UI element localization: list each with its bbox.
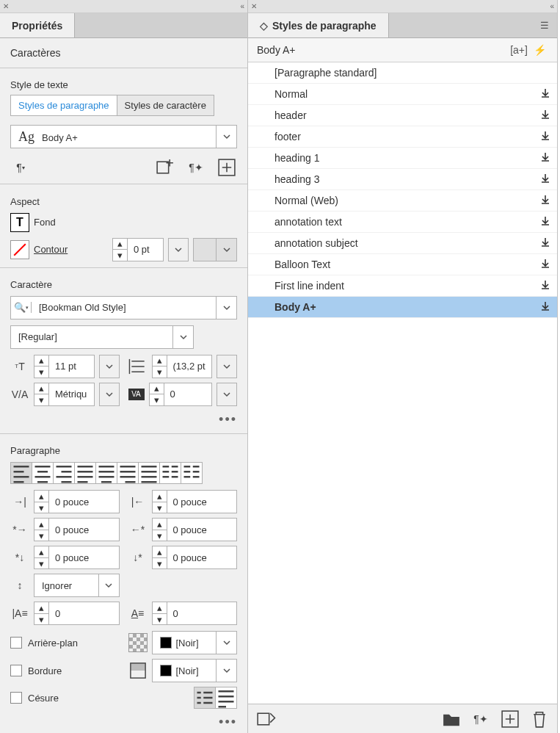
list-options-b-button[interactable] (215, 687, 237, 709)
last-line-indent-stepper[interactable]: ▴▾0 pouce (152, 518, 238, 541)
style-item[interactable]: [Paragraphe standard] (248, 62, 557, 84)
bg-shading-icon[interactable] (128, 633, 148, 652)
quick-apply-icon[interactable]: ⚡ (529, 44, 550, 56)
dropcap-chars-stepper[interactable]: ▴▾0 (152, 602, 238, 625)
stroke-type-combo[interactable] (193, 238, 237, 261)
kerning-stepper[interactable]: ▴▾Métriqu (34, 383, 95, 406)
download-icon[interactable] (539, 109, 551, 123)
justify-left-button[interactable] (74, 462, 96, 484)
tab-properties[interactable]: Propriétés (0, 13, 75, 37)
add-icon[interactable] (217, 157, 237, 178)
fill-swatch[interactable]: T (10, 213, 29, 232)
tab-paragraph-styles[interactable]: ◇ Styles de paragraphe (248, 13, 389, 37)
justify-right-button[interactable] (117, 462, 139, 484)
style-item[interactable]: annotation subject (248, 233, 557, 254)
font-size-stepper[interactable]: ▴▾11 pt (34, 355, 95, 378)
clear-overrides-icon[interactable]: ¶✦ (470, 709, 491, 729)
style-item[interactable]: header (248, 105, 557, 126)
space-after-icon: ↓* (128, 547, 148, 568)
leading-dropdown[interactable] (217, 355, 237, 378)
border-checkbox[interactable] (10, 665, 22, 676)
background-label: Arrière-plan (28, 638, 78, 649)
close-icon[interactable]: ✕ (3, 2, 9, 10)
align-left-button[interactable] (10, 462, 32, 484)
list-options-a-button[interactable] (194, 687, 216, 709)
paragraph-heading: Paragraphe (0, 436, 247, 459)
tracking-dropdown[interactable] (217, 383, 237, 406)
dropcap-lines-stepper[interactable]: ▴▾0 (34, 602, 120, 625)
more-options-icon[interactable]: ••• (0, 409, 247, 430)
chevron-down-icon[interactable] (216, 297, 236, 319)
download-icon[interactable] (539, 130, 551, 144)
clear-overrides-icon[interactable]: ¶✦ (186, 157, 206, 178)
new-style-icon[interactable] (500, 709, 520, 729)
download-icon[interactable] (539, 215, 551, 229)
style-item[interactable]: footer (248, 126, 557, 148)
collapse-icon[interactable]: « (550, 2, 554, 10)
download-icon[interactable] (539, 87, 551, 101)
font-weight-combo[interactable]: [Regular] (10, 325, 194, 349)
close-icon[interactable]: ✕ (251, 2, 257, 10)
stroke-weight-stepper[interactable]: ▴▾ 0 pt (112, 238, 164, 261)
align-center-button[interactable] (32, 462, 54, 484)
style-item[interactable]: heading 3 (248, 169, 557, 190)
collapse-icon[interactable]: « (240, 2, 244, 10)
download-icon[interactable] (539, 236, 551, 250)
stroke-label[interactable]: Contour (34, 244, 68, 255)
tracking-stepper[interactable]: ▴▾0 (149, 383, 213, 406)
text-style-heading: Style de texte (0, 71, 247, 93)
indent-left-stepper[interactable]: ▴▾0 pouce (34, 490, 120, 513)
hyphenation-checkbox[interactable] (10, 692, 22, 704)
border-edges-icon[interactable] (128, 660, 148, 681)
font-family-combo[interactable]: 🔍▾ [Bookman Old Style] (10, 296, 237, 319)
seg-character-styles[interactable]: Styles de caractère (117, 95, 214, 115)
style-item[interactable]: First line indent (248, 275, 557, 297)
panel-menu-icon[interactable]: ☰ (532, 13, 557, 37)
border-color-combo[interactable]: [Noir] (152, 659, 238, 682)
style-item[interactable]: annotation text (248, 212, 557, 233)
leading-stepper[interactable]: ▴▾(13,2 pt (152, 355, 213, 378)
stroke-swatch[interactable] (10, 240, 29, 259)
font-size-dropdown[interactable] (99, 355, 120, 378)
space-before-stepper[interactable]: ▴▾0 pouce (34, 546, 120, 569)
delete-style-icon[interactable] (529, 709, 550, 729)
download-icon[interactable] (539, 258, 551, 272)
style-item[interactable]: Balloon Text (248, 254, 557, 275)
style-item[interactable]: Body A+ (248, 297, 557, 318)
style-item[interactable]: heading 1 (248, 148, 557, 169)
download-icon[interactable] (539, 173, 551, 187)
download-icon[interactable] (539, 194, 551, 208)
align-toward-spine-button[interactable] (159, 462, 181, 484)
indent-right-stepper[interactable]: ▴▾0 pouce (152, 490, 238, 513)
kerning-dropdown[interactable] (99, 383, 120, 406)
seg-paragraph-styles[interactable]: Styles de paragraphe (11, 95, 117, 115)
new-style-icon[interactable] (155, 157, 175, 178)
justify-center-button[interactable] (95, 462, 117, 484)
bg-color-combo[interactable]: [Noir] (152, 631, 238, 654)
map-to-cc-icon[interactable] (255, 709, 276, 729)
style-item-name: heading 3 (274, 173, 539, 185)
download-icon[interactable] (539, 151, 551, 165)
new-style-from-selection-icon[interactable]: [a+] (509, 44, 529, 56)
first-line-indent-stepper[interactable]: ▴▾0 pouce (34, 518, 120, 541)
style-type-segmented: Styles de paragraphe Styles de caractère (10, 95, 214, 116)
more-options-icon[interactable]: ••• (0, 712, 247, 733)
paragraph-style-combo[interactable]: AgBody A+ (10, 125, 237, 148)
download-icon[interactable] (539, 300, 551, 314)
style-item[interactable]: Normal (Web) (248, 190, 557, 212)
indent-right-icon: |← (128, 491, 148, 512)
align-right-button[interactable] (53, 462, 75, 484)
chevron-down-icon[interactable] (216, 126, 236, 148)
download-icon[interactable] (539, 279, 551, 293)
background-checkbox[interactable] (10, 637, 22, 649)
space-after-stepper[interactable]: ▴▾0 pouce (152, 546, 238, 569)
chevron-down-icon[interactable] (172, 326, 193, 348)
align-away-spine-button[interactable] (181, 462, 203, 484)
pilcrow-icon[interactable]: ¶▾ (10, 157, 31, 178)
drop-cap-combo[interactable]: Ignorer (34, 574, 120, 597)
search-icon: 🔍▾ (11, 302, 32, 313)
new-group-icon[interactable] (441, 709, 462, 729)
stroke-weight-dropdown[interactable] (168, 238, 189, 261)
style-item[interactable]: Normal (248, 84, 557, 105)
justify-all-button[interactable] (138, 462, 160, 484)
